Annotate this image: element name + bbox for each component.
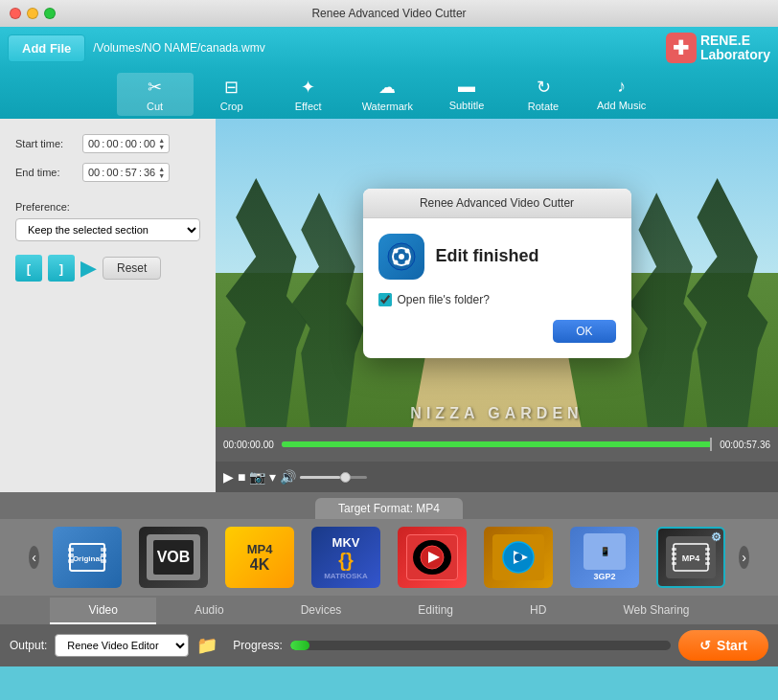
- svg-point-5: [393, 260, 398, 264]
- modal-title: Edit finished: [436, 246, 539, 266]
- start-time-spin[interactable]: ▲ ▼: [158, 137, 165, 150]
- toolbar-effect-label: Effect: [295, 101, 322, 112]
- svg-point-4: [404, 248, 409, 253]
- avi-play-icon: [418, 543, 446, 572]
- start-time-row: Start time: 00 : 00 : 00 : 00 ▲ ▼: [15, 134, 200, 153]
- tab-devices[interactable]: Devices: [263, 598, 380, 624]
- preference-select[interactable]: Keep the selected section Remove the sel…: [15, 218, 200, 241]
- start-s: 00: [126, 138, 137, 149]
- play-button[interactable]: ▶: [80, 256, 97, 281]
- logo-cross-icon: ✚: [666, 33, 697, 63]
- start-button[interactable]: ↺ Start: [678, 630, 768, 661]
- format-item-mov[interactable]: [480, 527, 557, 588]
- open-folder-checkbox[interactable]: [378, 293, 392, 306]
- end-ms: 36: [144, 167, 155, 178]
- end-time-label: End time:: [15, 167, 82, 178]
- tab-editing[interactable]: Editing: [379, 598, 492, 624]
- cut-icon: ✂: [148, 77, 162, 98]
- maximize-button[interactable]: [44, 8, 56, 19]
- toolbar-subtitle-label: Subtitle: [449, 100, 485, 111]
- edit-finished-modal: Renee Advanced Video Cutter: [363, 189, 631, 358]
- 3gp2-label: 3GP2: [593, 572, 615, 581]
- close-button[interactable]: [10, 8, 21, 19]
- logo-text: RENE.ELaboratory: [700, 34, 770, 63]
- modal-body: Edit finished Open file's folder? OK: [363, 218, 631, 358]
- reset-button[interactable]: Reset: [103, 257, 161, 280]
- settings-gear-icon: ⚙: [711, 531, 721, 544]
- start-m: 00: [106, 138, 118, 149]
- tab-video[interactable]: Video: [50, 598, 155, 624]
- mp4-film-icon: MP4: [672, 540, 710, 575]
- minimize-button[interactable]: [27, 8, 38, 19]
- mov-icon: [499, 539, 538, 576]
- snapshot-dropdown[interactable]: ▾: [269, 469, 276, 485]
- play-ctrl-button[interactable]: ▶: [223, 469, 234, 485]
- toolbar-item-subtitle[interactable]: ▬ Subtitle: [428, 73, 505, 115]
- cut-buttons-row: [ ] ▶ Reset: [15, 255, 200, 282]
- tab-websharing[interactable]: Web Sharing: [584, 598, 727, 624]
- svg-rect-24: [672, 562, 676, 565]
- window-controls[interactable]: [10, 8, 56, 19]
- toolbar-item-watermark[interactable]: ☁ Watermark: [347, 73, 428, 116]
- film-reel-icon: [386, 241, 417, 272]
- end-time-input[interactable]: 00 : 00 : 57 : 36 ▲ ▼: [82, 163, 170, 182]
- toolbar-item-rotate[interactable]: ↻ Rotate: [505, 73, 582, 116]
- format-box-3gp2: 📱 3GP2: [570, 527, 639, 588]
- snapshot-button[interactable]: 📷: [249, 469, 265, 485]
- svg-point-3: [393, 248, 398, 253]
- end-time-row: End time: 00 : 00 : 57 : 36 ▲ ▼: [15, 163, 200, 182]
- volume-slider[interactable]: [300, 476, 367, 479]
- format-item-mkv[interactable]: MKV {} MATROSKA: [308, 527, 384, 588]
- browse-folder-button[interactable]: 📁: [196, 635, 217, 656]
- 3gp2-phone-icon: 📱: [600, 547, 610, 556]
- video-controls: ▶ ■ 📷 ▾ 🔊: [216, 462, 778, 492]
- format-box-mp4-2: ⚙ MP4: [656, 527, 725, 588]
- toolbar-watermark-label: Watermark: [362, 101, 413, 112]
- watermark-icon: ☁: [378, 77, 396, 98]
- svg-rect-8: [68, 548, 74, 552]
- start-time-input[interactable]: 00 : 00 : 00 : 00 ▲ ▼: [82, 134, 170, 153]
- format-box-original: Original: [53, 527, 122, 588]
- modal-footer: OK: [378, 320, 616, 343]
- format-item-3gp2[interactable]: 📱 3GP2: [566, 527, 643, 588]
- tab-audio[interactable]: Audio: [156, 598, 263, 624]
- main-content: Start time: 00 : 00 : 00 : 00 ▲ ▼ End ti…: [0, 119, 778, 492]
- svg-rect-27: [705, 557, 710, 560]
- toolbar-item-cut[interactable]: ✂ Cut: [117, 73, 194, 116]
- svg-text:MP4: MP4: [682, 553, 700, 563]
- svg-rect-21: [672, 548, 676, 551]
- video-player: NIZZA GARDEN Renee Advanced Video Cutter: [216, 119, 778, 427]
- modal-ok-button[interactable]: OK: [553, 320, 615, 343]
- toolbar-item-addmusic[interactable]: ♪ Add Music: [582, 73, 661, 115]
- format-item-mp4-2[interactable]: ⚙ MP4: [652, 527, 729, 588]
- start-label: Start: [717, 638, 747, 653]
- timeline-time-end: 00:00:57.36: [720, 440, 770, 450]
- add-file-button[interactable]: Add File: [8, 34, 85, 62]
- volume-fill: [300, 476, 340, 479]
- format-item-mp4[interactable]: MP4 4K: [221, 527, 298, 588]
- timeline-bar[interactable]: [282, 441, 712, 447]
- toolbar-item-crop[interactable]: ⊟ Crop: [194, 73, 270, 116]
- svg-point-6: [404, 260, 409, 264]
- mkv-braces-icon: {}: [338, 550, 354, 572]
- format-box-mkv: MKV {} MATROSKA: [311, 527, 380, 588]
- format-item-original[interactable]: Original: [49, 527, 126, 588]
- format-prev-button[interactable]: ‹: [29, 546, 39, 569]
- tab-hd[interactable]: HD: [492, 598, 584, 624]
- format-item-avi[interactable]: [394, 527, 470, 588]
- end-time-spin[interactable]: ▲ ▼: [158, 166, 165, 179]
- format-box-mp4: MP4 4K: [225, 527, 294, 588]
- svg-rect-28: [705, 562, 710, 565]
- stop-ctrl-button[interactable]: ■: [238, 469, 245, 485]
- format-box-vob: VOB: [139, 527, 208, 588]
- addmusic-icon: ♪: [617, 77, 626, 97]
- toolbar-item-effect[interactable]: ✦ Effect: [270, 73, 347, 116]
- cut-end-button[interactable]: ]: [48, 255, 75, 282]
- bottom-bar: Output: Renee Video Editor 📁 Progress: ↺…: [0, 624, 778, 666]
- volume-thumb: [340, 472, 351, 483]
- output-select[interactable]: Renee Video Editor: [55, 634, 189, 657]
- format-item-vob[interactable]: VOB: [135, 527, 212, 588]
- cut-start-button[interactable]: [: [15, 255, 42, 282]
- format-icons-row: ‹ Original: [0, 519, 778, 596]
- format-next-button[interactable]: ›: [739, 546, 749, 569]
